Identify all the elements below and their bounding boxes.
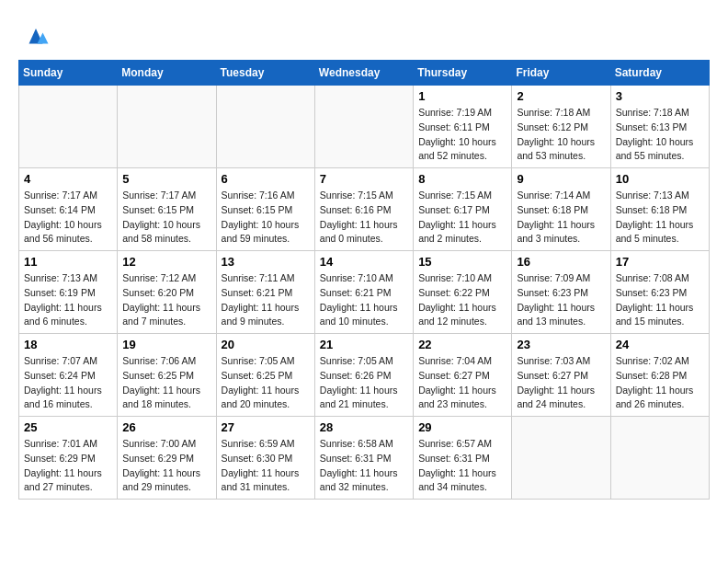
day-number: 5 xyxy=(122,172,210,186)
day-number: 14 xyxy=(320,255,408,269)
calendar-cell: 19Sunrise: 7:06 AM Sunset: 6:25 PM Dayli… xyxy=(118,334,216,417)
day-info: Sunrise: 7:18 AM Sunset: 6:12 PM Dayligh… xyxy=(517,106,605,164)
calendar-week-5: 25Sunrise: 7:01 AM Sunset: 6:29 PM Dayli… xyxy=(19,417,710,500)
day-number: 26 xyxy=(122,420,210,434)
calendar-cell xyxy=(314,86,413,168)
day-number: 12 xyxy=(122,255,210,269)
day-number: 19 xyxy=(122,338,210,351)
day-header-friday: Friday xyxy=(512,61,610,86)
day-number: 21 xyxy=(320,338,408,351)
calendar-cell: 21Sunrise: 7:05 AM Sunset: 6:26 PM Dayli… xyxy=(314,334,413,417)
calendar-cell: 8Sunrise: 7:15 AM Sunset: 6:17 PM Daylig… xyxy=(414,168,512,251)
calendar-week-4: 18Sunrise: 7:07 AM Sunset: 6:24 PM Dayli… xyxy=(19,334,710,417)
calendar-cell: 25Sunrise: 7:01 AM Sunset: 6:29 PM Dayli… xyxy=(19,417,118,500)
calendar-week-2: 4Sunrise: 7:17 AM Sunset: 6:14 PM Daylig… xyxy=(19,168,710,251)
day-info: Sunrise: 7:02 AM Sunset: 6:28 PM Dayligh… xyxy=(616,354,704,412)
day-info: Sunrise: 7:09 AM Sunset: 6:23 PM Dayligh… xyxy=(517,271,605,329)
day-header-saturday: Saturday xyxy=(610,61,709,86)
calendar-cell xyxy=(512,417,610,500)
calendar-cell: 18Sunrise: 7:07 AM Sunset: 6:24 PM Dayli… xyxy=(19,334,118,417)
calendar-cell: 12Sunrise: 7:12 AM Sunset: 6:20 PM Dayli… xyxy=(118,251,216,334)
day-info: Sunrise: 7:10 AM Sunset: 6:21 PM Dayligh… xyxy=(320,271,408,329)
calendar-week-3: 11Sunrise: 7:13 AM Sunset: 6:19 PM Dayli… xyxy=(19,251,710,334)
day-number: 23 xyxy=(517,338,605,351)
day-info: Sunrise: 7:06 AM Sunset: 6:25 PM Dayligh… xyxy=(122,354,210,412)
day-info: Sunrise: 7:13 AM Sunset: 6:19 PM Dayligh… xyxy=(24,271,112,329)
calendar-cell: 27Sunrise: 6:59 AM Sunset: 6:30 PM Dayli… xyxy=(216,417,314,500)
day-info: Sunrise: 7:08 AM Sunset: 6:23 PM Dayligh… xyxy=(616,271,704,329)
day-info: Sunrise: 7:00 AM Sunset: 6:29 PM Dayligh… xyxy=(122,437,210,495)
day-info: Sunrise: 7:01 AM Sunset: 6:29 PM Dayligh… xyxy=(24,437,112,495)
day-info: Sunrise: 7:12 AM Sunset: 6:20 PM Dayligh… xyxy=(122,271,210,329)
calendar-cell: 24Sunrise: 7:02 AM Sunset: 6:28 PM Dayli… xyxy=(610,334,709,417)
calendar-cell: 1Sunrise: 7:19 AM Sunset: 6:11 PM Daylig… xyxy=(414,86,512,168)
day-number: 7 xyxy=(320,172,408,186)
day-header-wednesday: Wednesday xyxy=(314,61,413,86)
day-number: 1 xyxy=(418,89,506,103)
calendar-cell: 20Sunrise: 7:05 AM Sunset: 6:25 PM Dayli… xyxy=(216,334,314,417)
day-number: 24 xyxy=(616,338,704,351)
calendar-cell: 2Sunrise: 7:18 AM Sunset: 6:12 PM Daylig… xyxy=(512,86,610,168)
day-header-sunday: Sunday xyxy=(19,61,118,86)
day-number: 3 xyxy=(616,89,704,103)
day-info: Sunrise: 7:17 AM Sunset: 6:15 PM Dayligh… xyxy=(122,189,210,247)
day-number: 18 xyxy=(24,338,112,351)
day-info: Sunrise: 7:07 AM Sunset: 6:24 PM Dayligh… xyxy=(24,354,112,412)
day-number: 8 xyxy=(418,172,506,186)
calendar-cell: 10Sunrise: 7:13 AM Sunset: 6:18 PM Dayli… xyxy=(610,168,709,251)
calendar-cell: 4Sunrise: 7:17 AM Sunset: 6:14 PM Daylig… xyxy=(19,168,118,251)
day-info: Sunrise: 6:57 AM Sunset: 6:31 PM Dayligh… xyxy=(418,437,506,495)
day-number: 9 xyxy=(517,172,605,186)
day-header-thursday: Thursday xyxy=(414,61,512,86)
day-number: 4 xyxy=(24,172,112,186)
day-number: 10 xyxy=(616,172,704,186)
day-number: 16 xyxy=(517,255,605,269)
calendar-header-row: SundayMondayTuesdayWednesdayThursdayFrid… xyxy=(19,61,710,86)
calendar-cell: 14Sunrise: 7:10 AM Sunset: 6:21 PM Dayli… xyxy=(314,251,413,334)
calendar-cell: 3Sunrise: 7:18 AM Sunset: 6:13 PM Daylig… xyxy=(610,86,709,168)
day-info: Sunrise: 7:10 AM Sunset: 6:22 PM Dayligh… xyxy=(418,271,506,329)
calendar-cell: 15Sunrise: 7:10 AM Sunset: 6:22 PM Dayli… xyxy=(414,251,512,334)
calendar-cell: 26Sunrise: 7:00 AM Sunset: 6:29 PM Dayli… xyxy=(118,417,216,500)
calendar-cell: 17Sunrise: 7:08 AM Sunset: 6:23 PM Dayli… xyxy=(610,251,709,334)
calendar-cell: 22Sunrise: 7:04 AM Sunset: 6:27 PM Dayli… xyxy=(414,334,512,417)
day-info: Sunrise: 6:58 AM Sunset: 6:31 PM Dayligh… xyxy=(320,437,408,495)
day-number: 15 xyxy=(418,255,506,269)
day-info: Sunrise: 7:19 AM Sunset: 6:11 PM Dayligh… xyxy=(418,106,506,164)
calendar-cell: 5Sunrise: 7:17 AM Sunset: 6:15 PM Daylig… xyxy=(118,168,216,251)
calendar-cell: 23Sunrise: 7:03 AM Sunset: 6:27 PM Dayli… xyxy=(512,334,610,417)
day-number: 11 xyxy=(24,255,112,269)
day-number: 2 xyxy=(517,89,605,103)
calendar-cell xyxy=(610,417,709,500)
calendar-cell: 29Sunrise: 6:57 AM Sunset: 6:31 PM Dayli… xyxy=(414,417,512,500)
calendar-cell: 16Sunrise: 7:09 AM Sunset: 6:23 PM Dayli… xyxy=(512,251,610,334)
page-header xyxy=(18,18,710,51)
logo-icon xyxy=(22,23,50,51)
day-info: Sunrise: 7:16 AM Sunset: 6:15 PM Dayligh… xyxy=(222,189,310,247)
calendar-week-1: 1Sunrise: 7:19 AM Sunset: 6:11 PM Daylig… xyxy=(19,86,710,168)
day-number: 17 xyxy=(616,255,704,269)
calendar-cell: 7Sunrise: 7:15 AM Sunset: 6:16 PM Daylig… xyxy=(314,168,413,251)
calendar-cell: 9Sunrise: 7:14 AM Sunset: 6:18 PM Daylig… xyxy=(512,168,610,251)
calendar-cell xyxy=(19,86,118,168)
day-info: Sunrise: 7:17 AM Sunset: 6:14 PM Dayligh… xyxy=(24,189,112,247)
day-number: 28 xyxy=(320,420,408,434)
day-info: Sunrise: 7:13 AM Sunset: 6:18 PM Dayligh… xyxy=(616,189,704,247)
day-number: 25 xyxy=(24,420,112,434)
day-header-monday: Monday xyxy=(118,61,216,86)
day-info: Sunrise: 7:04 AM Sunset: 6:27 PM Dayligh… xyxy=(418,354,506,412)
day-info: Sunrise: 7:15 AM Sunset: 6:16 PM Dayligh… xyxy=(320,189,408,247)
day-number: 29 xyxy=(418,420,506,434)
day-number: 6 xyxy=(222,172,310,186)
day-header-tuesday: Tuesday xyxy=(216,61,314,86)
calendar-table: SundayMondayTuesdayWednesdayThursdayFrid… xyxy=(18,60,710,500)
day-info: Sunrise: 7:14 AM Sunset: 6:18 PM Dayligh… xyxy=(517,189,605,247)
calendar-cell xyxy=(216,86,314,168)
logo xyxy=(18,23,50,51)
day-info: Sunrise: 7:05 AM Sunset: 6:26 PM Dayligh… xyxy=(320,354,408,412)
calendar-cell: 6Sunrise: 7:16 AM Sunset: 6:15 PM Daylig… xyxy=(216,168,314,251)
day-number: 27 xyxy=(222,420,310,434)
day-info: Sunrise: 7:11 AM Sunset: 6:21 PM Dayligh… xyxy=(222,271,310,329)
day-info: Sunrise: 7:18 AM Sunset: 6:13 PM Dayligh… xyxy=(616,106,704,164)
day-info: Sunrise: 7:05 AM Sunset: 6:25 PM Dayligh… xyxy=(222,354,310,412)
